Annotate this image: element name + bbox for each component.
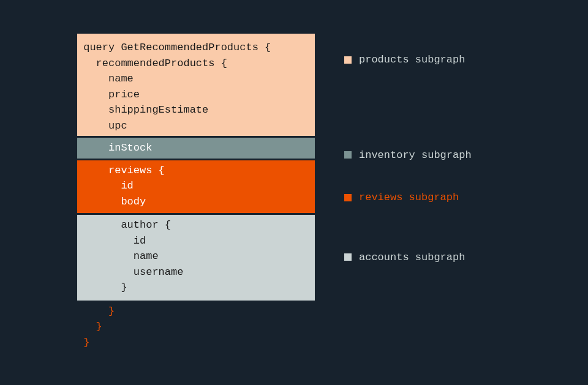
spacer [344, 68, 472, 148]
closing-braces: } } } [77, 302, 315, 351]
legend-label: reviews subgraph [359, 190, 459, 206]
spacer [344, 206, 472, 250]
legend-label: accounts subgraph [359, 250, 465, 266]
legend-item-reviews: reviews subgraph [344, 190, 472, 206]
square-icon [344, 194, 352, 201]
legend-label: products subgraph [359, 52, 465, 68]
legend-item-products: products subgraph [344, 52, 472, 68]
legend-item-inventory: inventory subgraph [344, 148, 472, 163]
legend-item-accounts: accounts subgraph [344, 250, 472, 266]
diagram-container: query GetRecommendedProducts { recommend… [0, 34, 588, 350]
spacer [344, 163, 472, 190]
square-icon [344, 56, 352, 64]
accounts-code-block: author { id name username } [77, 215, 315, 301]
legend-column: products subgraph inventory subgraph rev… [344, 34, 472, 265]
inventory-code-block: inStock [77, 138, 315, 159]
legend-label: inventory subgraph [359, 148, 472, 163]
square-icon [344, 151, 352, 159]
square-icon [344, 253, 352, 261]
query-code-column: query GetRecommendedProducts { recommend… [77, 34, 315, 350]
products-code-block: query GetRecommendedProducts { recommend… [77, 34, 315, 136]
reviews-code-block: reviews { id body [77, 160, 315, 214]
